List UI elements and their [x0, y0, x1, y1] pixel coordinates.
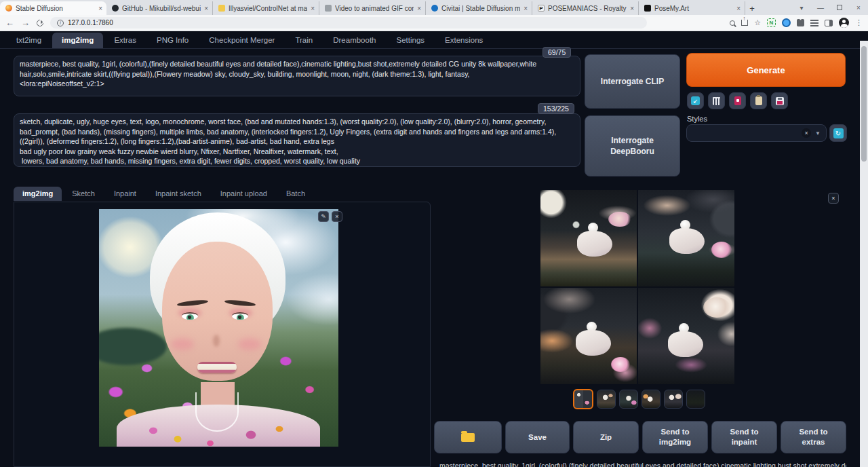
edit-image-icon[interactable]: ✎ — [318, 211, 329, 222]
negative-prompt-input[interactable]: sketch, duplicate, ugly, huge eyes, text… — [14, 113, 580, 167]
gallery-image-4[interactable] — [638, 288, 734, 384]
browser-tab-civitai[interactable]: Civitai | Stable Diffusion model × — [426, 1, 532, 15]
close-gallery-icon[interactable]: × — [828, 193, 839, 204]
output-gallery-grid[interactable] — [540, 190, 734, 384]
subtab-inpaint-upload[interactable]: Inpaint upload — [212, 187, 276, 201]
remove-image-icon[interactable]: × — [332, 211, 342, 222]
extensions-puzzle-icon[interactable] — [797, 19, 804, 26]
thumbnail-4[interactable] — [642, 390, 660, 409]
source-image-panel: ✎ × Copy image to: img2img sketch inpain… — [14, 202, 431, 467]
flower — [711, 242, 732, 258]
tab-extensions[interactable]: Extensions — [435, 33, 492, 48]
zip-button[interactable]: Zip — [573, 421, 639, 453]
tab-png-info[interactable]: PNG Info — [147, 33, 198, 48]
forward-icon[interactable]: → — [21, 18, 30, 27]
subtab-inpaint[interactable]: Inpaint — [105, 187, 145, 201]
open-folder-button[interactable] — [434, 421, 502, 453]
img2img-subtabs: img2img Sketch Inpaint Inpaint sketch In… — [14, 187, 314, 201]
site-info-icon[interactable]: i — [57, 20, 64, 26]
save-button[interactable]: Save — [505, 421, 570, 453]
paste-params-button[interactable]: ↙ — [687, 92, 704, 109]
zoom-icon[interactable] — [730, 20, 735, 26]
tab-title: POSEMANIACS - Royalty free 3 — [548, 5, 627, 12]
scrollbar-thumb[interactable] — [861, 46, 867, 162]
prompt-input[interactable]: masterpiece, best quality, 1girl, (color… — [14, 56, 580, 96]
interrogate-clip-button[interactable]: Interrogate CLIP — [585, 54, 680, 109]
refresh-styles-button[interactable]: ↻ — [829, 124, 847, 142]
tab-close-icon[interactable]: × — [524, 5, 528, 12]
side-panel-icon[interactable] — [825, 20, 833, 26]
negative-token-counter: 153/225 — [538, 103, 574, 114]
figure — [572, 322, 615, 357]
browser-tab-github[interactable]: GitHub - Mikubill/sd-webui-con × — [106, 1, 213, 15]
subtab-img2img[interactable]: img2img — [14, 187, 62, 201]
gallery-image-3[interactable] — [540, 288, 637, 384]
screen: Stable Diffusion × GitHub - Mikubill/sd-… — [0, 0, 868, 467]
clear-styles-icon[interactable]: × — [802, 128, 811, 138]
maximize-icon[interactable] — [830, 0, 849, 15]
close-window-icon[interactable]: × — [849, 0, 868, 15]
send-to-img2img-button[interactable]: Send to img2img — [642, 421, 708, 453]
back-icon[interactable]: ← — [5, 18, 14, 27]
profile-avatar[interactable] — [839, 18, 849, 28]
browser-tab-posemaniacs[interactable]: P POSEMANIACS - Royalty free 3 × — [532, 1, 639, 15]
save-style-button[interactable] — [771, 92, 788, 109]
tab-search-icon[interactable]: ▾ — [792, 0, 811, 15]
tab-train[interactable]: Train — [285, 33, 322, 48]
thumbnail-2[interactable] — [597, 390, 616, 409]
subtab-sketch[interactable]: Sketch — [63, 187, 104, 201]
tab-checkpoint-merger[interactable]: Checkpoint Merger — [199, 33, 284, 48]
thumbnail-1-selected[interactable] — [573, 389, 593, 409]
source-image[interactable] — [99, 209, 338, 447]
bookmark-star-icon[interactable]: ☆ — [754, 18, 761, 27]
thumbnail-5[interactable] — [664, 390, 683, 409]
window-controls: ▾ — × — [792, 0, 868, 15]
browser-tab-controlnet[interactable]: Illyasviel/ControlNet at main × — [213, 1, 319, 15]
flower — [703, 297, 730, 318]
tab-img2img[interactable]: img2img — [52, 33, 103, 48]
browser-tab-stable-diffusion[interactable]: Stable Diffusion × — [0, 1, 106, 15]
nav-divider — [0, 48, 868, 49]
new-tab-button[interactable]: + — [745, 1, 759, 15]
thumbnail-3[interactable] — [619, 390, 638, 409]
browser-menu-icon[interactable]: ⋮ — [855, 18, 863, 27]
share-icon[interactable] — [741, 20, 748, 26]
civitai-favicon — [431, 5, 438, 12]
gallery-image-1[interactable] — [540, 190, 637, 286]
tab-close-icon[interactable]: × — [417, 5, 421, 12]
tab-close-icon[interactable]: × — [204, 5, 208, 12]
tab-settings[interactable]: Settings — [387, 33, 435, 48]
reading-list-icon[interactable] — [810, 20, 818, 26]
extension-blue-icon[interactable] — [782, 18, 791, 27]
tab-close-icon[interactable]: × — [736, 5, 741, 12]
clear-prompt-button[interactable] — [708, 92, 725, 109]
subtab-inpaint-sketch[interactable]: Inpaint sketch — [146, 187, 210, 201]
generate-button[interactable]: Generate — [686, 53, 846, 87]
tab-close-icon[interactable]: × — [98, 5, 102, 12]
page-scrollbar[interactable] — [860, 41, 868, 467]
send-to-extras-button[interactable]: Send to extras — [781, 421, 846, 453]
browser-tab-posemyart[interactable]: PoseMy.Art × — [639, 1, 745, 15]
trash-icon — [713, 97, 720, 105]
chevron-down-icon: ▼ — [815, 130, 821, 136]
thumbnail-6[interactable] — [686, 390, 705, 409]
extra-networks-button[interactable] — [729, 92, 746, 109]
gallery-image-2[interactable] — [638, 190, 734, 286]
reload-icon[interactable] — [35, 18, 45, 27]
tab-close-icon[interactable]: × — [311, 5, 315, 12]
tab-dreambooth[interactable]: Dreambooth — [323, 33, 385, 48]
styles-label: Styles — [687, 115, 707, 123]
apply-styles-button[interactable] — [750, 92, 767, 109]
send-to-inpaint-button[interactable]: Send to inpaint — [711, 421, 777, 453]
tab-close-icon[interactable]: × — [630, 5, 634, 12]
extension-n-icon[interactable]: N — [767, 18, 776, 27]
interrogate-deepbooru-button[interactable]: Interrogate DeepBooru — [585, 115, 680, 176]
styles-dropdown[interactable]: × ▼ — [686, 124, 827, 142]
minimize-icon[interactable]: — — [811, 0, 830, 15]
subtab-batch[interactable]: Batch — [277, 187, 314, 201]
browser-tab-gif-converter[interactable]: Video to animated GIF converter × — [319, 1, 426, 15]
stable-diffusion-webui: txt2img img2img Extras PNG Info Checkpoi… — [0, 31, 868, 467]
address-bar[interactable]: i 127.0.0.1:7860 — [50, 17, 647, 29]
tab-txt2img[interactable]: txt2img — [7, 33, 51, 48]
tab-extras[interactable]: Extras — [104, 33, 146, 48]
